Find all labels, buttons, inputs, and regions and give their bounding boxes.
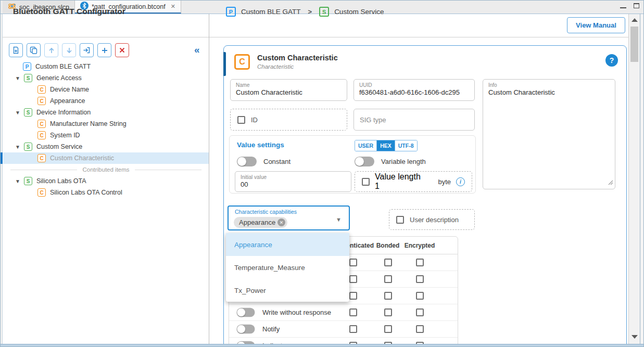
caret-down-icon[interactable]: ▼ [14, 144, 22, 150]
help-icon[interactable]: ? [605, 54, 618, 67]
name-field-value: Custom Characteristic [236, 88, 342, 97]
segment-button[interactable]: UTF-8 [395, 140, 417, 151]
tree-item-label: System ID [50, 132, 80, 139]
initial-value-value: 00 [241, 181, 346, 189]
minimize-icon[interactable] [620, 3, 626, 8]
maximize-icon[interactable] [634, 3, 639, 8]
bonded-checkbox[interactable] [384, 309, 392, 316]
dropdown-option[interactable]: Temperature_Measure [226, 256, 349, 279]
id-option: ID [230, 109, 347, 131]
collapse-sidebar-icon[interactable]: « [194, 44, 200, 56]
app-window: soc_ibeacon.slcp *gatt_configuration.btc… [0, 0, 644, 347]
info-field-value: Custom Characteristic [488, 88, 610, 97]
bonded-checkbox[interactable] [384, 325, 392, 333]
panel-divider[interactable] [209, 14, 209, 344]
tree-item[interactable]: C Custom Characteristic [3, 152, 209, 164]
sig-type-placeholder: SIG type [360, 116, 386, 124]
add-button[interactable] [97, 43, 111, 57]
segment-button[interactable]: HEX [377, 140, 395, 151]
caret-down-icon[interactable]: ▼ [14, 178, 22, 184]
sig-type-field[interactable]: SIG type [353, 109, 475, 131]
encrypted-checkbox[interactable] [416, 275, 424, 283]
authenticated-checkbox[interactable] [349, 275, 357, 283]
tree-item[interactable]: C Appearance [3, 95, 209, 107]
view-manual-button[interactable]: View Manual [567, 17, 625, 33]
delete-button[interactable] [115, 43, 129, 57]
variable-length-toggle-row: Variable length [355, 157, 426, 166]
info-icon[interactable]: i [456, 177, 465, 186]
table-row: Write without response [229, 304, 458, 321]
tree-item[interactable]: P Custom BLE GATT [3, 61, 209, 72]
add-item-button[interactable] [9, 43, 23, 57]
authenticated-checkbox[interactable] [349, 292, 357, 300]
close-tab-icon[interactable]: ✕ [171, 3, 175, 10]
dropdown-option[interactable]: Tx_Power [226, 279, 349, 302]
scroll-down-icon[interactable] [632, 335, 638, 339]
encrypted-checkbox[interactable] [416, 259, 424, 266]
dropdown-option[interactable]: Appearance [226, 233, 349, 256]
duplicate-button[interactable] [27, 43, 41, 57]
tree-item[interactable]: ▼ S Device Information [3, 107, 209, 118]
variable-length-toggle[interactable] [355, 157, 374, 166]
tree-item-label: Manufacturer Name String [50, 120, 127, 127]
tree-item[interactable]: C Silicon Labs OTA Control [3, 187, 209, 198]
initial-value-label: Initial value [241, 174, 346, 181]
capabilities-select[interactable]: Characteristic capabilities Appearance ✕… [228, 205, 350, 230]
remove-chip-icon[interactable]: ✕ [277, 219, 285, 226]
encrypted-checkbox[interactable] [416, 325, 424, 333]
tree-item[interactable]: C Manufacturer Name String [3, 118, 209, 130]
selection-bar [1, 152, 3, 164]
move-up-button[interactable] [44, 43, 58, 57]
tree-item[interactable]: ▼ S Custom Service [3, 141, 209, 152]
encrypted-checkbox[interactable] [416, 292, 424, 300]
tree-badge: C [37, 85, 46, 94]
tree-item-label: Silicon Labs OTA Control [50, 189, 122, 196]
tree-item[interactable]: ▼ S Generic Access [3, 72, 209, 84]
authenticated-checkbox[interactable] [349, 309, 357, 316]
initial-value-field[interactable]: Initial value 00 [235, 171, 351, 192]
move-down-button[interactable] [62, 43, 76, 57]
value-length-checkbox[interactable] [362, 178, 370, 186]
value-length-label: Value length [375, 172, 433, 182]
scroll-up-icon[interactable] [632, 18, 638, 22]
bonded-checkbox[interactable] [384, 275, 392, 283]
breadcrumb-badge: P [226, 7, 236, 17]
authenticated-checkbox[interactable] [349, 325, 357, 333]
import-button[interactable] [80, 43, 94, 57]
caret-down-icon[interactable]: ▼ [14, 75, 22, 81]
property-toggle[interactable] [237, 325, 255, 333]
uuid-field[interactable]: UUID f6360481-a6d0-616c-1606-dc295 [353, 79, 475, 101]
id-checkbox[interactable] [237, 116, 245, 124]
tree-badge: C [37, 188, 46, 197]
window-right-frame [640, 14, 644, 344]
scrollbar-thumb[interactable] [630, 27, 638, 62]
value-length-option: Value length 1 byte i [355, 171, 472, 192]
tree-item[interactable]: Contributed items [3, 164, 209, 175]
tree-item[interactable]: C System ID [3, 130, 209, 141]
segment-button[interactable]: USER [355, 140, 377, 151]
breadcrumb-item[interactable]: Custom BLE GATT [241, 8, 301, 16]
encrypted-checkbox[interactable] [416, 309, 424, 316]
select-caret-icon[interactable]: ▼ [336, 216, 342, 223]
caret-down-icon[interactable]: ▼ [14, 110, 22, 115]
info-field[interactable]: Info Custom Characteristic [483, 79, 615, 189]
constant-toggle[interactable] [237, 157, 257, 166]
property-toggle[interactable] [237, 308, 255, 317]
property-label: Notify [262, 325, 280, 333]
characteristic-subtitle: Characteristic [257, 63, 294, 70]
tree-badge: C [37, 97, 46, 105]
bonded-checkbox[interactable] [384, 292, 392, 300]
tree-item-label: Appearance [50, 97, 85, 105]
vertical-scrollbar[interactable] [628, 14, 640, 344]
user-description-checkbox[interactable] [396, 216, 404, 224]
bonded-checkbox[interactable] [384, 259, 392, 266]
name-field-label: Name [236, 82, 342, 88]
uuid-field-value: f6360481-a6d0-616c-1606-dc295 [359, 88, 469, 97]
authenticated-checkbox[interactable] [349, 259, 357, 266]
resize-handle-icon[interactable] [608, 178, 613, 187]
tree-item[interactable]: C Device Name [3, 84, 209, 95]
tree-item[interactable]: ▼ S Silicon Labs OTA [3, 175, 209, 187]
name-field[interactable]: Name Custom Characteristic [230, 79, 347, 101]
tree-badge: S [24, 177, 32, 185]
breadcrumb-item[interactable]: Custom Service [334, 8, 384, 16]
